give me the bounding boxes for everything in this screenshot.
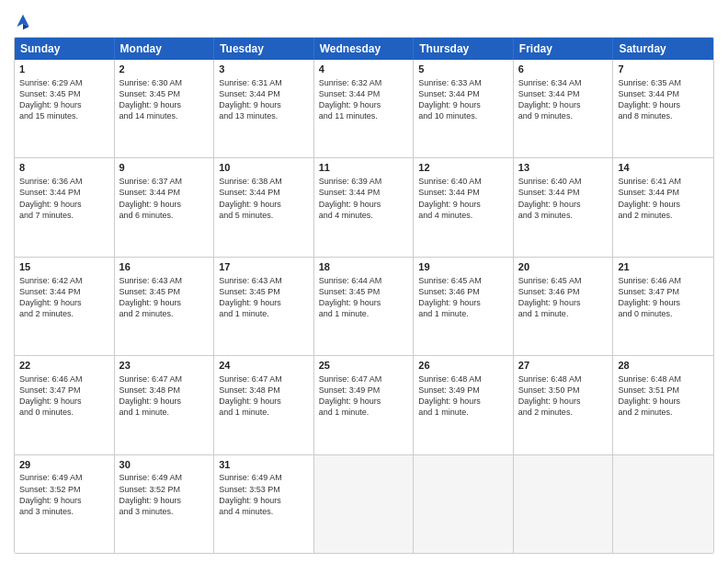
cell-text: Sunrise: 6:47 AMSunset: 3:48 PMDaylight:… (119, 373, 210, 419)
day-number: 9 (119, 161, 210, 175)
cell-text: Sunrise: 6:40 AMSunset: 3:44 PMDaylight:… (418, 176, 508, 221)
header-day-thursday: Thursday (414, 38, 514, 60)
cell-text: Sunrise: 6:30 AMSunset: 3:45 PMDaylight:… (119, 77, 210, 122)
cell-text: Sunrise: 6:42 AMSunset: 3:44 PMDaylight:… (19, 275, 109, 320)
calendar-cell: 24Sunrise: 6:47 AMSunset: 3:48 PMDayligh… (214, 356, 314, 454)
cell-text: Sunrise: 6:43 AMSunset: 3:45 PMDaylight:… (219, 275, 309, 320)
calendar-row-3: 22Sunrise: 6:46 AMSunset: 3:47 PMDayligh… (15, 356, 713, 454)
day-number: 1 (19, 63, 109, 76)
cell-text: Sunrise: 6:39 AMSunset: 3:44 PMDaylight:… (319, 176, 409, 221)
day-number: 14 (618, 161, 709, 175)
calendar-cell (314, 455, 415, 553)
day-number: 11 (319, 161, 409, 175)
day-number: 17 (219, 260, 309, 274)
day-number: 21 (618, 260, 709, 274)
cell-text: Sunrise: 6:31 AMSunset: 3:44 PMDaylight:… (219, 77, 309, 122)
calendar-cell: 30Sunrise: 6:49 AMSunset: 3:52 PMDayligh… (115, 455, 215, 553)
logo-icon (14, 13, 32, 31)
page: SundayMondayTuesdayWednesdayThursdayFrid… (0, 0, 728, 563)
cell-text: Sunrise: 6:47 AMSunset: 3:49 PMDaylight:… (319, 373, 409, 419)
day-number: 28 (618, 359, 709, 373)
calendar-row-0: 1Sunrise: 6:29 AMSunset: 3:45 PMDaylight… (15, 60, 713, 158)
cell-text: Sunrise: 6:41 AMSunset: 3:44 PMDaylight:… (618, 176, 709, 221)
day-number: 16 (119, 260, 210, 274)
cell-text: Sunrise: 6:49 AMSunset: 3:52 PMDaylight:… (19, 472, 109, 517)
cell-text: Sunrise: 6:46 AMSunset: 3:47 PMDaylight:… (618, 275, 709, 320)
calendar-cell: 11Sunrise: 6:39 AMSunset: 3:44 PMDayligh… (314, 158, 415, 256)
calendar-cell: 1Sunrise: 6:29 AMSunset: 3:45 PMDaylight… (15, 60, 115, 157)
day-number: 3 (219, 63, 309, 76)
cell-text: Sunrise: 6:44 AMSunset: 3:45 PMDaylight:… (319, 275, 409, 320)
cell-text: Sunrise: 6:48 AMSunset: 3:50 PMDaylight:… (518, 373, 609, 419)
calendar-cell: 14Sunrise: 6:41 AMSunset: 3:44 PMDayligh… (613, 158, 713, 256)
day-number: 12 (418, 161, 508, 175)
calendar-cell: 16Sunrise: 6:43 AMSunset: 3:45 PMDayligh… (115, 258, 215, 355)
day-number: 27 (518, 359, 609, 373)
calendar-cell: 10Sunrise: 6:38 AMSunset: 3:44 PMDayligh… (214, 158, 314, 256)
day-number: 30 (119, 458, 210, 472)
day-number: 6 (518, 63, 609, 76)
header-day-saturday: Saturday (613, 38, 713, 60)
calendar-row-1: 8Sunrise: 6:36 AMSunset: 3:44 PMDaylight… (15, 158, 713, 257)
logo (14, 13, 36, 31)
calendar-body: 1Sunrise: 6:29 AMSunset: 3:45 PMDaylight… (15, 60, 713, 553)
calendar-cell: 23Sunrise: 6:47 AMSunset: 3:48 PMDayligh… (115, 356, 215, 454)
calendar-cell: 7Sunrise: 6:35 AMSunset: 3:44 PMDaylight… (613, 60, 713, 157)
day-number: 4 (319, 63, 409, 76)
day-number: 24 (219, 359, 309, 373)
header-day-tuesday: Tuesday (214, 38, 314, 60)
cell-text: Sunrise: 6:48 AMSunset: 3:51 PMDaylight:… (618, 373, 709, 419)
calendar-cell: 5Sunrise: 6:33 AMSunset: 3:44 PMDaylight… (414, 60, 514, 157)
day-number: 29 (19, 458, 109, 472)
calendar-cell: 31Sunrise: 6:49 AMSunset: 3:53 PMDayligh… (214, 455, 314, 553)
cell-text: Sunrise: 6:47 AMSunset: 3:48 PMDaylight:… (219, 373, 309, 419)
day-number: 20 (518, 260, 609, 274)
cell-text: Sunrise: 6:34 AMSunset: 3:44 PMDaylight:… (518, 77, 609, 122)
header (14, 9, 714, 31)
calendar-cell: 27Sunrise: 6:48 AMSunset: 3:50 PMDayligh… (514, 356, 614, 454)
cell-text: Sunrise: 6:38 AMSunset: 3:44 PMDaylight:… (219, 176, 309, 221)
calendar-cell: 25Sunrise: 6:47 AMSunset: 3:49 PMDayligh… (314, 356, 415, 454)
calendar-row-2: 15Sunrise: 6:42 AMSunset: 3:44 PMDayligh… (15, 258, 713, 356)
cell-text: Sunrise: 6:32 AMSunset: 3:44 PMDaylight:… (319, 77, 409, 122)
day-number: 25 (319, 359, 409, 373)
calendar-cell: 13Sunrise: 6:40 AMSunset: 3:44 PMDayligh… (514, 158, 614, 256)
calendar-cell: 15Sunrise: 6:42 AMSunset: 3:44 PMDayligh… (15, 258, 115, 355)
calendar-cell: 28Sunrise: 6:48 AMSunset: 3:51 PMDayligh… (613, 356, 713, 454)
calendar-cell: 22Sunrise: 6:46 AMSunset: 3:47 PMDayligh… (15, 356, 115, 454)
header-day-wednesday: Wednesday (314, 38, 415, 60)
cell-text: Sunrise: 6:29 AMSunset: 3:45 PMDaylight:… (19, 77, 109, 122)
header-day-monday: Monday (115, 38, 215, 60)
day-number: 26 (418, 359, 508, 373)
cell-text: Sunrise: 6:37 AMSunset: 3:44 PMDaylight:… (119, 176, 210, 221)
calendar-cell: 12Sunrise: 6:40 AMSunset: 3:44 PMDayligh… (414, 158, 514, 256)
calendar-cell (514, 455, 614, 553)
calendar-row-4: 29Sunrise: 6:49 AMSunset: 3:52 PMDayligh… (15, 455, 713, 553)
header-day-friday: Friday (514, 38, 614, 60)
calendar-cell: 4Sunrise: 6:32 AMSunset: 3:44 PMDaylight… (314, 60, 415, 157)
day-number: 15 (19, 260, 109, 274)
header-day-sunday: Sunday (15, 38, 115, 60)
calendar-cell: 6Sunrise: 6:34 AMSunset: 3:44 PMDaylight… (514, 60, 614, 157)
calendar-cell: 9Sunrise: 6:37 AMSunset: 3:44 PMDaylight… (115, 158, 215, 256)
calendar-cell: 2Sunrise: 6:30 AMSunset: 3:45 PMDaylight… (115, 60, 215, 157)
cell-text: Sunrise: 6:40 AMSunset: 3:44 PMDaylight:… (518, 176, 609, 221)
calendar-cell: 20Sunrise: 6:45 AMSunset: 3:46 PMDayligh… (514, 258, 614, 355)
calendar-cell: 17Sunrise: 6:43 AMSunset: 3:45 PMDayligh… (214, 258, 314, 355)
day-number: 22 (19, 359, 109, 373)
calendar-cell: 26Sunrise: 6:48 AMSunset: 3:49 PMDayligh… (414, 356, 514, 454)
cell-text: Sunrise: 6:45 AMSunset: 3:46 PMDaylight:… (518, 275, 609, 320)
calendar-cell: 18Sunrise: 6:44 AMSunset: 3:45 PMDayligh… (314, 258, 415, 355)
day-number: 8 (19, 161, 109, 175)
calendar-cell (414, 455, 514, 553)
day-number: 7 (618, 63, 709, 76)
day-number: 2 (119, 63, 210, 76)
calendar-cell: 29Sunrise: 6:49 AMSunset: 3:52 PMDayligh… (15, 455, 115, 553)
calendar: SundayMondayTuesdayWednesdayThursdayFrid… (14, 37, 714, 554)
day-number: 31 (219, 458, 309, 472)
day-number: 5 (418, 63, 508, 76)
cell-text: Sunrise: 6:43 AMSunset: 3:45 PMDaylight:… (119, 275, 210, 320)
cell-text: Sunrise: 6:49 AMSunset: 3:53 PMDaylight:… (219, 472, 309, 517)
calendar-cell: 8Sunrise: 6:36 AMSunset: 3:44 PMDaylight… (15, 158, 115, 256)
day-number: 13 (518, 161, 609, 175)
